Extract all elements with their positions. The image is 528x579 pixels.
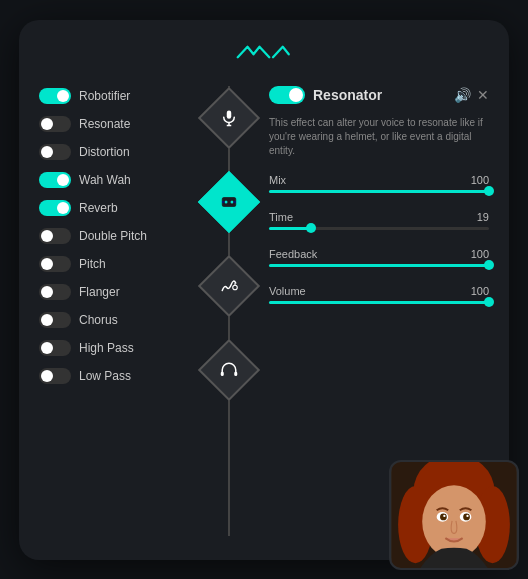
toggle-lowpass[interactable] bbox=[39, 368, 71, 384]
param-volume-label-row: Volume 100 bbox=[269, 285, 489, 297]
param-time: Time 19 bbox=[269, 211, 489, 230]
param-volume-slider[interactable] bbox=[269, 301, 489, 304]
param-feedback-thumb[interactable] bbox=[484, 260, 494, 270]
fx2-icon bbox=[220, 277, 238, 295]
toggle-robotifier[interactable] bbox=[39, 88, 71, 104]
sidebar-item-wahwah[interactable]: Wah Wah bbox=[39, 170, 189, 190]
effect-controls: 🔊 ✕ bbox=[454, 87, 489, 103]
svg-point-22 bbox=[440, 513, 447, 520]
param-mix-thumb[interactable] bbox=[484, 186, 494, 196]
sidebar-label-highpass: High Pass bbox=[79, 341, 134, 355]
effect-header: Resonator 🔊 ✕ bbox=[269, 86, 489, 104]
camera-feed bbox=[389, 460, 519, 570]
sidebar-item-distortion[interactable]: Distortion bbox=[39, 142, 189, 162]
svg-rect-12 bbox=[234, 371, 237, 376]
close-icon[interactable]: ✕ bbox=[477, 87, 489, 103]
param-feedback-value: 100 bbox=[471, 248, 489, 260]
svg-point-9 bbox=[233, 285, 238, 290]
param-time-slider[interactable] bbox=[269, 227, 489, 230]
chain-node-fx2[interactable] bbox=[198, 254, 260, 316]
param-mix: Mix 100 bbox=[269, 174, 489, 193]
svg-point-23 bbox=[463, 513, 470, 520]
toggle-chorus[interactable] bbox=[39, 312, 71, 328]
param-time-value: 19 bbox=[477, 211, 489, 223]
param-volume-value: 100 bbox=[471, 285, 489, 297]
param-feedback-label: Feedback bbox=[269, 248, 317, 260]
sidebar-item-pitch[interactable]: Pitch bbox=[39, 254, 189, 274]
sidebar-label-pitch: Pitch bbox=[79, 257, 106, 271]
sidebar-label-doublepitch: Double Pitch bbox=[79, 229, 147, 243]
sidebar-label-reverb: Reverb bbox=[79, 201, 118, 215]
svg-point-24 bbox=[443, 514, 445, 516]
param-mix-label: Mix bbox=[269, 174, 286, 186]
param-mix-label-row: Mix 100 bbox=[269, 174, 489, 186]
sidebar-label-resonate: Resonate bbox=[79, 117, 130, 131]
param-feedback-label-row: Feedback 100 bbox=[269, 248, 489, 260]
sidebar-item-highpass[interactable]: High Pass bbox=[39, 338, 189, 358]
param-volume-label: Volume bbox=[269, 285, 306, 297]
param-feedback: Feedback 100 bbox=[269, 248, 489, 267]
sidebar-item-reverb[interactable]: Reverb bbox=[39, 198, 189, 218]
speaker-icon[interactable]: 🔊 bbox=[454, 87, 471, 103]
sidebar-item-flanger[interactable]: Flanger bbox=[39, 282, 189, 302]
chain-column bbox=[199, 86, 259, 536]
sidebar-item-doublepitch[interactable]: Double Pitch bbox=[39, 226, 189, 246]
camera-preview bbox=[391, 462, 517, 568]
toggle-pitch[interactable] bbox=[39, 256, 71, 272]
chain-node-fx1[interactable] bbox=[198, 170, 260, 232]
param-mix-slider[interactable] bbox=[269, 190, 489, 193]
param-feedback-slider[interactable] bbox=[269, 264, 489, 267]
fx1-icon bbox=[220, 193, 238, 211]
svg-point-19 bbox=[422, 485, 486, 558]
effect-description: This effect can alter your voice to reso… bbox=[269, 116, 489, 158]
chain-node-mic[interactable] bbox=[198, 86, 260, 148]
app-container: Robotifier Resonate Distortion Wah Wah R… bbox=[19, 20, 509, 560]
toggle-distortion[interactable] bbox=[39, 144, 71, 160]
toggle-wahwah[interactable] bbox=[39, 172, 71, 188]
param-feedback-fill bbox=[269, 264, 489, 267]
sidebar-label-lowpass: Low Pass bbox=[79, 369, 131, 383]
sidebar-item-robotifier[interactable]: Robotifier bbox=[39, 86, 189, 106]
effect-title: Resonator bbox=[313, 87, 446, 103]
sidebar-label-chorus: Chorus bbox=[79, 313, 118, 327]
svg-rect-0 bbox=[227, 110, 232, 118]
toggle-doublepitch[interactable] bbox=[39, 228, 71, 244]
toggle-flanger[interactable] bbox=[39, 284, 71, 300]
sidebar-label-flanger: Flanger bbox=[79, 285, 120, 299]
sidebar-item-resonate[interactable]: Resonate bbox=[39, 114, 189, 134]
sidebar-label-robotifier: Robotifier bbox=[79, 89, 130, 103]
app-logo bbox=[39, 40, 489, 70]
chain-node-headphones[interactable] bbox=[198, 338, 260, 400]
param-time-label: Time bbox=[269, 211, 293, 223]
sidebar-item-lowpass[interactable]: Low Pass bbox=[39, 366, 189, 386]
effect-enable-toggle[interactable] bbox=[269, 86, 305, 104]
param-time-fill bbox=[269, 227, 311, 230]
param-time-thumb[interactable] bbox=[306, 223, 316, 233]
toggle-reverb[interactable] bbox=[39, 200, 71, 216]
toggle-highpass[interactable] bbox=[39, 340, 71, 356]
sidebar: Robotifier Resonate Distortion Wah Wah R… bbox=[39, 86, 199, 536]
svg-point-25 bbox=[466, 514, 468, 516]
sidebar-label-distortion: Distortion bbox=[79, 145, 130, 159]
param-time-label-row: Time 19 bbox=[269, 211, 489, 223]
param-volume: Volume 100 bbox=[269, 285, 489, 304]
svg-rect-11 bbox=[221, 371, 224, 376]
param-volume-fill bbox=[269, 301, 489, 304]
sidebar-item-chorus[interactable]: Chorus bbox=[39, 310, 189, 330]
param-volume-thumb[interactable] bbox=[484, 297, 494, 307]
param-mix-value: 100 bbox=[471, 174, 489, 186]
headphones-icon bbox=[220, 361, 238, 379]
param-mix-fill bbox=[269, 190, 489, 193]
toggle-resonate[interactable] bbox=[39, 116, 71, 132]
sidebar-label-wahwah: Wah Wah bbox=[79, 173, 131, 187]
mic-icon bbox=[220, 109, 238, 127]
